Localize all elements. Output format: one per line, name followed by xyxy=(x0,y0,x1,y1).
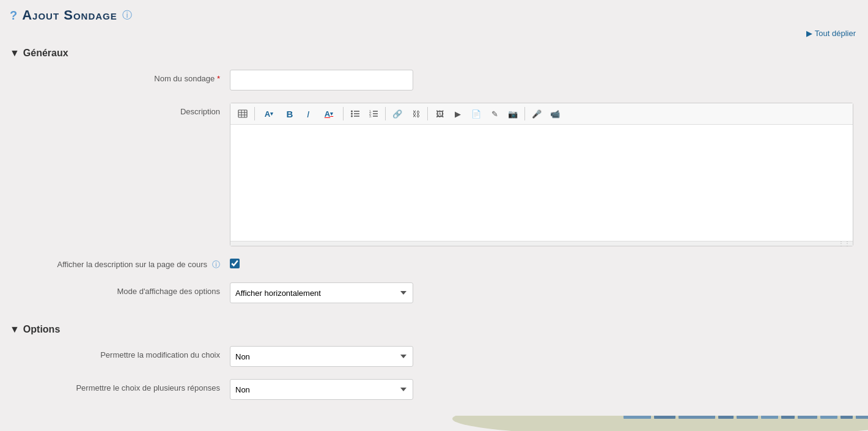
table-icon[interactable] xyxy=(234,106,251,122)
image-button[interactable]: 🖼 xyxy=(431,106,448,122)
tout-deplier-label: Tout déplier xyxy=(815,29,856,38)
generaux-toggle-icon: ▼ xyxy=(10,48,20,59)
mode-affichage-label: Mode d'affichage des options xyxy=(12,282,220,297)
permettre-plusieurs-select[interactable]: Non Oui xyxy=(230,379,413,400)
description-label: Description xyxy=(12,103,220,117)
editor-resize-handle: ⋮⋮ xyxy=(230,241,853,246)
numbered-list-button[interactable]: 1. 2. 3. xyxy=(365,106,382,122)
svg-point-41 xyxy=(351,116,353,117)
font-color-button[interactable]: A▾ xyxy=(318,106,340,122)
afficher-description-checkbox[interactable] xyxy=(230,259,240,268)
mode-affichage-select[interactable]: Afficher horizontalement Afficher vertic… xyxy=(230,282,413,303)
options-title: Options xyxy=(23,324,60,335)
description-control: A▾ B I A▾ xyxy=(230,103,856,246)
permettre-plusieurs-label: Permettre le choix de plusieurs réponses xyxy=(12,379,220,394)
nom-du-sondage-row: Nom du sondage * xyxy=(0,64,868,97)
separator-4 xyxy=(427,107,428,120)
tout-deplier-arrow: ▶ xyxy=(806,29,812,38)
required-marker: * xyxy=(217,74,220,83)
help-icon-header[interactable]: ⓘ xyxy=(122,9,132,22)
section-generaux: ▼ Généraux Nom du sondage * Description xyxy=(0,43,868,319)
separator-3 xyxy=(385,107,386,120)
generaux-title: Généraux xyxy=(23,48,68,59)
afficher-description-label: Afficher la description sur la page de c… xyxy=(12,259,220,270)
description-editor-body[interactable] xyxy=(230,125,853,241)
file-button[interactable]: 📄 xyxy=(468,106,485,122)
help-icon-afficher[interactable]: ⓘ xyxy=(212,259,220,270)
font-size-button[interactable]: A▾ xyxy=(258,106,280,122)
permettre-modification-select[interactable]: Non Oui xyxy=(230,346,413,367)
options-toggle-icon: ▼ xyxy=(10,324,20,335)
page-title: Ajout Sondage xyxy=(22,7,117,23)
svg-text:3.: 3. xyxy=(369,114,372,118)
afficher-description-control xyxy=(230,259,240,270)
section-options-header[interactable]: ▼ Options xyxy=(0,319,868,340)
description-editor: A▾ B I A▾ xyxy=(230,103,853,246)
section-options: ▼ Options Permettre la modification du c… xyxy=(0,319,868,416)
webcam-button[interactable]: 📹 xyxy=(546,106,564,122)
draw-button[interactable]: ✎ xyxy=(486,106,503,122)
nom-du-sondage-input[interactable] xyxy=(230,70,413,90)
page-header: ? Ajout Sondage ⓘ xyxy=(0,0,868,28)
permettre-modification-label: Permettre la modification du choix xyxy=(12,346,220,361)
permettre-plusieurs-control: Non Oui xyxy=(230,379,856,400)
section-generaux-header[interactable]: ▼ Généraux xyxy=(0,43,868,64)
permettre-plusieurs-row: Permettre le choix de plusieurs réponses… xyxy=(0,373,868,406)
italic-button[interactable]: I xyxy=(300,106,317,122)
question-icon: ? xyxy=(10,9,17,23)
bullet-list-button[interactable] xyxy=(347,106,364,122)
editor-toolbar: A▾ B I A▾ xyxy=(230,103,853,125)
camera-button[interactable]: 📷 xyxy=(504,106,521,122)
link-button[interactable]: 🔗 xyxy=(389,106,406,122)
bold-button[interactable]: B xyxy=(281,106,298,122)
permettre-modification-row: Permettre la modification du choix Non O… xyxy=(0,340,868,373)
tout-deplier-bar: ▶ Tout déplier xyxy=(0,28,868,43)
description-row: Description xyxy=(0,97,868,252)
mode-affichage-row: Mode d'affichage des options Afficher ho… xyxy=(0,276,868,309)
svg-point-37 xyxy=(351,111,353,112)
permettre-modification-control: Non Oui xyxy=(230,346,856,367)
tout-deplier-link[interactable]: ▶ Tout déplier xyxy=(806,29,856,38)
separator-5 xyxy=(524,107,525,120)
mic-button[interactable]: 🎤 xyxy=(528,106,545,122)
nom-du-sondage-control xyxy=(230,70,856,90)
separator-2 xyxy=(343,107,344,120)
svg-point-39 xyxy=(351,113,353,115)
afficher-description-row: Afficher la description sur la page de c… xyxy=(0,252,868,276)
separator-1 xyxy=(254,107,255,120)
svg-rect-32 xyxy=(238,110,247,117)
mode-affichage-control: Afficher horizontalement Afficher vertic… xyxy=(230,282,856,303)
video-embed-button[interactable]: ▶ xyxy=(449,106,466,122)
nom-du-sondage-label: Nom du sondage * xyxy=(12,70,220,84)
unlink-button[interactable]: ⛓ xyxy=(407,106,424,122)
